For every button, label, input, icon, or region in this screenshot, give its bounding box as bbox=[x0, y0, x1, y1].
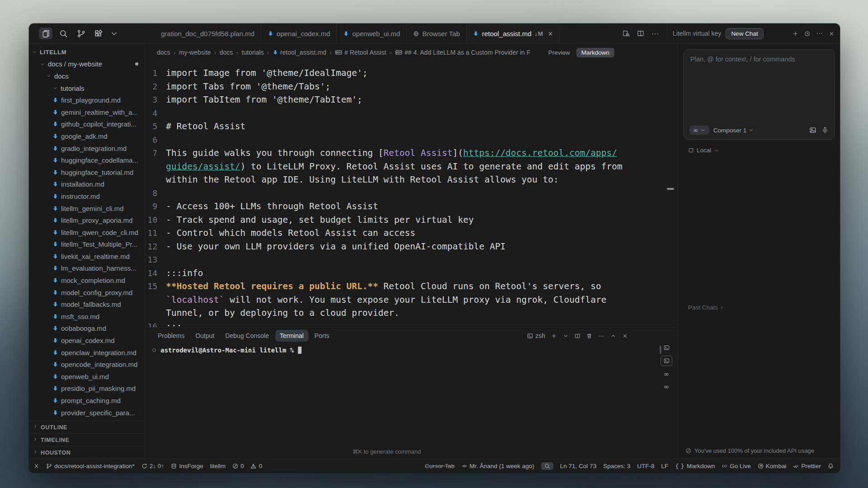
terminal-profiles[interactable] bbox=[563, 333, 569, 339]
activity-search[interactable] bbox=[57, 28, 70, 39]
tree-file[interactable]: gradio_integration.md bbox=[29, 142, 145, 155]
tree-file[interactable]: huggingface_tutorial.md bbox=[29, 166, 145, 178]
tree-file[interactable]: google_adk.md bbox=[29, 130, 145, 142]
context-selector[interactable]: Local bbox=[688, 147, 840, 154]
tree-file[interactable]: first_playground.md bbox=[29, 94, 145, 106]
breadcrumb-folder[interactable]: docs bbox=[157, 49, 170, 56]
activity-activity-more[interactable] bbox=[109, 28, 118, 39]
maximize-panel[interactable] bbox=[610, 333, 616, 339]
agent-mode-selector[interactable]: ∞ bbox=[689, 126, 709, 135]
past-chats-link[interactable]: Past Chats › bbox=[688, 304, 840, 311]
tree-file[interactable]: litellm_qwen_code_cli.md bbox=[29, 226, 145, 239]
status-git-blame[interactable]: Mr. Ånand (1 week ago) bbox=[462, 463, 534, 469]
tree-file[interactable]: litellm_Test_Multiple_Pr... bbox=[29, 239, 145, 251]
breadcrumb-section[interactable]: ## 4. Add LiteLLM as a Custom Provider i… bbox=[395, 49, 531, 56]
tree-file[interactable]: model_config_proxy.md bbox=[29, 286, 145, 299]
status-warnings[interactable]: 0 bbox=[250, 463, 262, 469]
activity-source-control[interactable] bbox=[74, 28, 88, 39]
history-button[interactable] bbox=[804, 31, 810, 37]
panel-tab-terminal[interactable]: Terminal bbox=[275, 330, 308, 342]
shell-selector[interactable]: zsh bbox=[527, 332, 545, 339]
tab-gration-doc-d075fd58-plan-md[interactable]: gration_doc_d075fd58.plan.md bbox=[155, 23, 261, 43]
panel-more-button[interactable]: ⋯ bbox=[816, 29, 823, 38]
terminal-more[interactable]: ⋯ bbox=[598, 332, 604, 339]
breadcrumb-section[interactable]: # Retool Assist bbox=[335, 49, 387, 56]
status-git-branch[interactable]: docs/retool-assist-integration* bbox=[46, 463, 135, 469]
terminal-instance-4[interactable]: ∞ bbox=[661, 382, 672, 391]
panel-tab-output[interactable]: Output bbox=[191, 330, 219, 342]
tree-file[interactable]: openai_codex.md bbox=[29, 334, 145, 347]
chat-input-box[interactable]: Plan, @ for context, / for commands ∞ Co… bbox=[684, 49, 835, 140]
tree-folder-docs-my-website[interactable]: docs / my-website bbox=[29, 58, 145, 70]
status-errors[interactable]: 0 bbox=[232, 463, 244, 469]
status-indentation[interactable]: Spaces: 3 bbox=[603, 463, 630, 469]
tree-file[interactable]: livekit_xai_realtime.md bbox=[29, 250, 145, 263]
tree-file[interactable]: presidio_pii_masking.md bbox=[29, 383, 145, 395]
tree-file[interactable]: openclaw_integration.md bbox=[29, 347, 145, 359]
panel-tab-ports[interactable]: Ports bbox=[310, 330, 334, 342]
voice-input-button[interactable] bbox=[821, 127, 829, 134]
activity-extensions[interactable] bbox=[92, 28, 105, 39]
tab-browser-tab[interactable]: Browser Tab bbox=[407, 23, 467, 43]
kill-terminal[interactable] bbox=[586, 333, 592, 339]
mode-markdown[interactable]: Markdown bbox=[576, 48, 614, 57]
status-kombai[interactable]: Kombai bbox=[758, 463, 787, 469]
status-notifications[interactable] bbox=[828, 463, 834, 469]
ai-chat-tab[interactable]: Litellm virtual key bbox=[673, 30, 721, 37]
mode-preview[interactable]: Preview bbox=[548, 49, 570, 56]
terminal-instance-2[interactable] bbox=[660, 356, 672, 366]
tab-openai-codex-md[interactable]: openai_codex.md bbox=[261, 23, 337, 43]
tree-file[interactable]: oobabooga.md bbox=[29, 323, 145, 335]
tree-root[interactable]: LITELLM bbox=[29, 46, 145, 58]
tree-file[interactable]: mock_completion.md bbox=[29, 274, 145, 286]
tree-file[interactable]: instructor.md bbox=[29, 190, 145, 202]
breadcrumb-file[interactable]: retool_assist.md bbox=[273, 49, 326, 56]
status-litellm[interactable]: litellm bbox=[210, 463, 226, 469]
panel-tab-problems[interactable]: Problems bbox=[153, 330, 189, 342]
terminal-instance-1[interactable] bbox=[661, 343, 672, 352]
status-git-sync[interactable]: 2↓ 0↑ bbox=[142, 463, 164, 469]
status-prettier[interactable]: Prettier bbox=[793, 463, 821, 469]
close-icon[interactable] bbox=[547, 31, 553, 37]
sidebar-section-houston[interactable]: HOUSTON bbox=[29, 446, 145, 459]
action-open-preview[interactable] bbox=[623, 30, 630, 37]
tree-file[interactable]: installation.md bbox=[29, 178, 145, 191]
status-search-toggle[interactable] bbox=[541, 462, 553, 470]
status-cursor-position[interactable]: Ln 71, Col 73 bbox=[560, 463, 596, 469]
status-eol[interactable]: LF bbox=[661, 463, 668, 469]
attach-image-button[interactable] bbox=[809, 127, 816, 134]
tree-file[interactable]: litellm_proxy_aporia.md bbox=[29, 214, 145, 226]
terminal-prompt-line[interactable]: astrodevil@Astro-Mac-mini litellm % bbox=[151, 347, 678, 354]
split-terminal[interactable] bbox=[575, 333, 580, 339]
close-panel-button[interactable] bbox=[829, 31, 835, 37]
tree-file[interactable]: opencode_integration.md bbox=[29, 358, 145, 371]
tree-folder-tutorials[interactable]: tutorials bbox=[29, 82, 145, 94]
new-chat-button[interactable] bbox=[793, 31, 798, 37]
sidebar-section-timeline[interactable]: TIMELINE bbox=[29, 433, 145, 446]
tree-file[interactable]: provider_specific_para... bbox=[29, 407, 145, 419]
breadcrumb-folder[interactable]: docs bbox=[220, 49, 233, 56]
tree-file[interactable]: lm_evaluation_harness... bbox=[29, 263, 145, 275]
close-panel[interactable] bbox=[622, 333, 628, 339]
new-terminal[interactable] bbox=[551, 333, 557, 339]
status-encoding[interactable]: UTF-8 bbox=[637, 463, 654, 469]
scrollbar-thumb[interactable] bbox=[667, 188, 674, 190]
tree-file[interactable]: github_copilot_integrati... bbox=[29, 118, 145, 131]
tab-retool-assist-md[interactable]: retool_assist.md↓M bbox=[467, 23, 560, 43]
tree-file[interactable]: msft_sso.md bbox=[29, 310, 145, 323]
tree-file[interactable]: prompt_caching.md bbox=[29, 394, 145, 407]
tree-file[interactable]: huggingface_codellama... bbox=[29, 154, 145, 166]
status-remote-indicator[interactable] bbox=[33, 463, 39, 469]
tree-file[interactable]: model_fallbacks.md bbox=[29, 298, 145, 310]
status-cursor-tab[interactable]: Cursor Tab bbox=[425, 463, 455, 469]
new-chat-tab[interactable]: New Chat bbox=[726, 28, 763, 39]
status-language-mode[interactable]: { }Markdown bbox=[675, 463, 715, 469]
action-split-editor[interactable] bbox=[637, 30, 644, 37]
breadcrumb-folder[interactable]: tutorials bbox=[242, 49, 264, 56]
tree-file[interactable]: gemini_realtime_with_a... bbox=[29, 106, 145, 118]
tree-file[interactable]: litellm_gemini_cli.md bbox=[29, 202, 145, 215]
terminal-instance-3[interactable]: ∞ bbox=[661, 369, 672, 379]
model-selector[interactable]: Composer 1 bbox=[713, 127, 754, 134]
action-more-actions[interactable]: ⋯ bbox=[651, 29, 659, 38]
sidebar-section-outline[interactable]: OUTLINE bbox=[29, 421, 145, 433]
